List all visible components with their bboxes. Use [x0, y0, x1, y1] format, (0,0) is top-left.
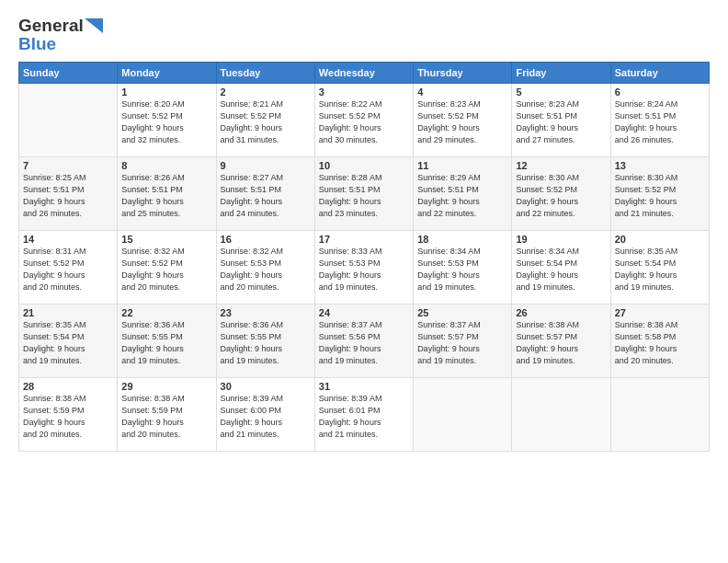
day-number: 9: [221, 160, 311, 171]
svg-marker-0: [85, 18, 103, 33]
calendar-day-cell: 31Sunrise: 8:39 AM Sunset: 6:01 PM Dayli…: [314, 377, 413, 451]
calendar-day-cell: 10Sunrise: 8:28 AM Sunset: 5:51 PM Dayli…: [314, 156, 413, 230]
calendar-day-cell: 28Sunrise: 8:38 AM Sunset: 5:59 PM Dayli…: [19, 377, 118, 451]
day-number: 22: [121, 307, 211, 318]
day-number: 28: [23, 381, 113, 392]
day-info: Sunrise: 8:38 AM Sunset: 5:57 PM Dayligh…: [516, 319, 606, 367]
day-info: Sunrise: 8:39 AM Sunset: 6:01 PM Dayligh…: [319, 393, 409, 441]
day-info: Sunrise: 8:21 AM Sunset: 5:52 PM Dayligh…: [221, 98, 311, 146]
calendar-day-cell: 5Sunrise: 8:23 AM Sunset: 5:51 PM Daylig…: [512, 83, 610, 156]
calendar-day-cell: 17Sunrise: 8:33 AM Sunset: 5:53 PM Dayli…: [314, 230, 413, 304]
day-info: Sunrise: 8:35 AM Sunset: 5:54 PM Dayligh…: [23, 319, 113, 367]
day-number: 30: [221, 381, 311, 392]
day-info: Sunrise: 8:37 AM Sunset: 5:56 PM Dayligh…: [319, 319, 409, 367]
calendar-day-cell: 13Sunrise: 8:30 AM Sunset: 5:52 PM Dayli…: [610, 156, 709, 230]
calendar-table: SundayMondayTuesdayWednesdayThursdayFrid…: [18, 62, 710, 452]
calendar-week-row: 28Sunrise: 8:38 AM Sunset: 5:59 PM Dayli…: [19, 377, 710, 451]
day-number: 23: [221, 307, 311, 318]
day-number: 10: [319, 160, 409, 171]
calendar-day-cell: 16Sunrise: 8:32 AM Sunset: 5:53 PM Dayli…: [216, 230, 314, 304]
day-info: Sunrise: 8:31 AM Sunset: 5:52 PM Dayligh…: [23, 246, 113, 293]
calendar-day-cell: 30Sunrise: 8:39 AM Sunset: 6:00 PM Dayli…: [216, 377, 314, 451]
calendar-header-day: Friday: [512, 62, 610, 83]
day-info: Sunrise: 8:36 AM Sunset: 5:55 PM Dayligh…: [121, 319, 211, 367]
calendar-header-row: SundayMondayTuesdayWednesdayThursdayFrid…: [19, 62, 710, 83]
header: General Blue: [18, 17, 710, 52]
calendar-day-cell: 11Sunrise: 8:29 AM Sunset: 5:51 PM Dayli…: [414, 156, 512, 230]
calendar-header-day: Wednesday: [314, 62, 413, 83]
day-number: 24: [319, 307, 409, 318]
calendar-day-cell: 18Sunrise: 8:34 AM Sunset: 5:53 PM Dayli…: [414, 230, 512, 304]
day-info: Sunrise: 8:32 AM Sunset: 5:53 PM Dayligh…: [221, 246, 311, 293]
logo: General Blue: [18, 17, 103, 52]
calendar-day-cell: 26Sunrise: 8:38 AM Sunset: 5:57 PM Dayli…: [512, 304, 610, 377]
calendar-day-cell: 23Sunrise: 8:36 AM Sunset: 5:55 PM Dayli…: [216, 304, 314, 377]
day-number: 6: [615, 86, 705, 98]
day-number: 4: [417, 86, 507, 98]
day-number: 31: [319, 381, 409, 392]
day-number: 3: [319, 86, 409, 98]
day-number: 11: [417, 160, 507, 171]
day-number: 20: [615, 234, 705, 245]
calendar-day-cell: [19, 83, 118, 156]
day-number: 27: [615, 307, 705, 318]
calendar-day-cell: 22Sunrise: 8:36 AM Sunset: 5:55 PM Dayli…: [118, 304, 216, 377]
day-number: 2: [221, 86, 311, 98]
day-info: Sunrise: 8:22 AM Sunset: 5:52 PM Dayligh…: [319, 98, 409, 146]
day-info: Sunrise: 8:38 AM Sunset: 5:58 PM Dayligh…: [615, 319, 705, 367]
calendar-day-cell: 27Sunrise: 8:38 AM Sunset: 5:58 PM Dayli…: [610, 304, 709, 377]
calendar-day-cell: 20Sunrise: 8:35 AM Sunset: 5:54 PM Dayli…: [610, 230, 709, 304]
calendar-day-cell: 15Sunrise: 8:32 AM Sunset: 5:52 PM Dayli…: [118, 230, 216, 304]
day-number: 13: [615, 160, 705, 171]
day-info: Sunrise: 8:36 AM Sunset: 5:55 PM Dayligh…: [221, 319, 311, 367]
calendar-header-day: Saturday: [610, 62, 709, 83]
page: General Blue SundayMondayTuesdayWednesda…: [0, 0, 728, 563]
calendar-day-cell: 3Sunrise: 8:22 AM Sunset: 5:52 PM Daylig…: [314, 83, 413, 156]
calendar-day-cell: 9Sunrise: 8:27 AM Sunset: 5:51 PM Daylig…: [216, 156, 314, 230]
day-number: 5: [516, 86, 606, 98]
day-info: Sunrise: 8:34 AM Sunset: 5:53 PM Dayligh…: [417, 246, 507, 293]
calendar-day-cell: 2Sunrise: 8:21 AM Sunset: 5:52 PM Daylig…: [216, 83, 314, 156]
day-info: Sunrise: 8:24 AM Sunset: 5:51 PM Dayligh…: [615, 98, 705, 146]
calendar-body: 1Sunrise: 8:20 AM Sunset: 5:52 PM Daylig…: [19, 83, 710, 451]
day-number: 1: [121, 86, 211, 98]
day-info: Sunrise: 8:25 AM Sunset: 5:51 PM Dayligh…: [23, 172, 113, 220]
day-number: 14: [23, 234, 113, 245]
calendar-day-cell: 6Sunrise: 8:24 AM Sunset: 5:51 PM Daylig…: [610, 83, 709, 156]
day-info: Sunrise: 8:30 AM Sunset: 5:52 PM Dayligh…: [615, 172, 705, 220]
day-number: 17: [319, 234, 409, 245]
calendar-header-day: Thursday: [414, 62, 512, 83]
calendar-day-cell: 4Sunrise: 8:23 AM Sunset: 5:52 PM Daylig…: [414, 83, 512, 156]
day-info: Sunrise: 8:28 AM Sunset: 5:51 PM Dayligh…: [319, 172, 409, 220]
day-info: Sunrise: 8:37 AM Sunset: 5:57 PM Dayligh…: [417, 319, 507, 367]
calendar-week-row: 7Sunrise: 8:25 AM Sunset: 5:51 PM Daylig…: [19, 156, 710, 230]
day-number: 7: [23, 160, 113, 171]
calendar-day-cell: 29Sunrise: 8:38 AM Sunset: 5:59 PM Dayli…: [118, 377, 216, 451]
day-number: 25: [417, 307, 507, 318]
day-info: Sunrise: 8:38 AM Sunset: 5:59 PM Dayligh…: [121, 393, 211, 441]
day-info: Sunrise: 8:27 AM Sunset: 5:51 PM Dayligh…: [221, 172, 311, 220]
day-info: Sunrise: 8:38 AM Sunset: 5:59 PM Dayligh…: [23, 393, 113, 441]
day-number: 15: [121, 234, 211, 245]
day-number: 29: [121, 381, 211, 392]
day-number: 12: [516, 160, 606, 171]
calendar-day-cell: 8Sunrise: 8:26 AM Sunset: 5:51 PM Daylig…: [118, 156, 216, 230]
day-info: Sunrise: 8:29 AM Sunset: 5:51 PM Dayligh…: [417, 172, 507, 220]
calendar-day-cell: 1Sunrise: 8:20 AM Sunset: 5:52 PM Daylig…: [118, 83, 216, 156]
day-info: Sunrise: 8:33 AM Sunset: 5:53 PM Dayligh…: [319, 246, 409, 293]
day-info: Sunrise: 8:34 AM Sunset: 5:54 PM Dayligh…: [516, 246, 606, 293]
calendar-day-cell: 25Sunrise: 8:37 AM Sunset: 5:57 PM Dayli…: [414, 304, 512, 377]
calendar-day-cell: 7Sunrise: 8:25 AM Sunset: 5:51 PM Daylig…: [19, 156, 118, 230]
calendar-header-day: Tuesday: [216, 62, 314, 83]
calendar-header-day: Monday: [118, 62, 216, 83]
calendar-day-cell: [610, 377, 709, 451]
logo-triangle-icon: [85, 18, 103, 33]
day-number: 21: [23, 307, 113, 318]
day-info: Sunrise: 8:26 AM Sunset: 5:51 PM Dayligh…: [121, 172, 211, 220]
calendar-week-row: 14Sunrise: 8:31 AM Sunset: 5:52 PM Dayli…: [19, 230, 710, 304]
day-info: Sunrise: 8:23 AM Sunset: 5:51 PM Dayligh…: [516, 98, 606, 146]
calendar-week-row: 21Sunrise: 8:35 AM Sunset: 5:54 PM Dayli…: [19, 304, 710, 377]
calendar-week-row: 1Sunrise: 8:20 AM Sunset: 5:52 PM Daylig…: [19, 83, 710, 156]
day-number: 8: [121, 160, 211, 171]
calendar-day-cell: [414, 377, 512, 451]
